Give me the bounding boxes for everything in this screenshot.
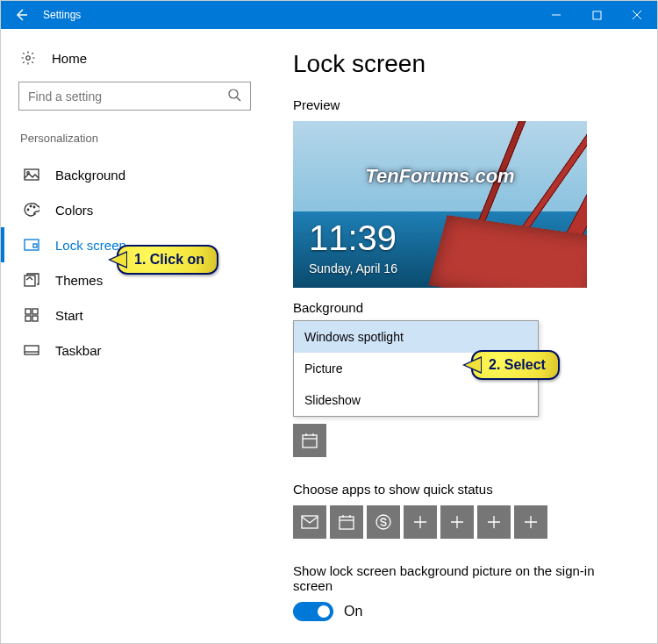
section-header: Personalization xyxy=(1,132,268,157)
maximize-button[interactable] xyxy=(576,1,617,29)
detailed-status-calendar-tile[interactable] xyxy=(293,424,326,457)
background-label: Background xyxy=(293,300,631,315)
sidebar-item-background[interactable]: Background xyxy=(1,157,268,192)
signin-bg-label: Show lock screen background picture on t… xyxy=(293,563,631,593)
svg-point-5 xyxy=(27,209,29,211)
nav-label: Colors xyxy=(55,203,93,218)
start-icon xyxy=(24,307,39,323)
toggle-state-label: On xyxy=(344,604,362,619)
quick-status-mail-tile[interactable] xyxy=(293,505,326,539)
svg-point-2 xyxy=(229,89,238,98)
nav-label: Lock screen xyxy=(55,238,126,253)
home-label: Home xyxy=(52,51,87,66)
lock-screen-preview: TenForums.com 11:39 Sunday, April 16 xyxy=(293,121,587,288)
lock-screen-icon xyxy=(24,237,39,253)
svg-rect-15 xyxy=(25,346,39,354)
annotation-2: 2. Select xyxy=(471,350,560,380)
svg-rect-11 xyxy=(25,309,31,314)
svg-rect-22 xyxy=(340,517,354,529)
main-panel: Lock screen Preview TenForums.com 11:39 … xyxy=(268,29,657,644)
svg-rect-17 xyxy=(303,435,317,447)
nav-label: Themes xyxy=(55,273,103,288)
svg-rect-12 xyxy=(32,309,38,314)
sidebar: Home Find a setting Personalization Back… xyxy=(1,29,268,644)
sidebar-item-colors[interactable]: Colors xyxy=(1,192,268,227)
svg-rect-9 xyxy=(33,244,37,247)
preview-clock: 11:39 xyxy=(309,218,397,258)
minimize-button[interactable] xyxy=(536,1,576,29)
svg-rect-13 xyxy=(25,316,31,321)
signin-bg-toggle[interactable] xyxy=(293,602,333,621)
nav-label: Start xyxy=(55,308,83,323)
svg-rect-14 xyxy=(32,316,38,321)
quick-status-label: Choose apps to show quick status xyxy=(293,482,631,497)
nav-label: Background xyxy=(55,168,125,182)
svg-point-7 xyxy=(33,206,35,208)
watermark-text: TenForums.com xyxy=(365,165,514,188)
svg-rect-21 xyxy=(302,516,318,528)
svg-rect-0 xyxy=(593,11,601,19)
back-button[interactable] xyxy=(1,1,41,29)
quick-status-calendar-tile[interactable] xyxy=(330,505,363,539)
page-title: Lock screen xyxy=(293,50,631,78)
sidebar-item-start[interactable]: Start xyxy=(1,297,268,333)
quick-status-add-tile[interactable] xyxy=(477,505,511,539)
quick-status-skype-tile[interactable] xyxy=(367,505,400,539)
dropdown-option-spotlight[interactable]: Windows spotlight xyxy=(294,321,538,353)
window-title: Settings xyxy=(41,9,536,21)
nav-label: Taskbar xyxy=(55,343,102,358)
search-icon xyxy=(227,88,241,104)
svg-rect-3 xyxy=(25,169,39,180)
annotation-1: 1. Click on xyxy=(117,245,218,275)
svg-point-1 xyxy=(26,56,31,61)
titlebar: Settings xyxy=(1,1,657,29)
preview-heading: Preview xyxy=(293,97,631,112)
quick-status-add-tile[interactable] xyxy=(404,505,437,539)
sidebar-item-taskbar[interactable]: Taskbar xyxy=(1,333,268,368)
quick-status-tiles xyxy=(293,505,631,539)
search-placeholder: Find a setting xyxy=(28,89,102,104)
svg-point-6 xyxy=(30,205,32,207)
taskbar-icon xyxy=(24,342,39,358)
gear-icon xyxy=(20,50,36,66)
themes-icon xyxy=(24,272,39,288)
quick-status-add-tile[interactable] xyxy=(514,505,547,539)
picture-icon xyxy=(24,167,39,182)
search-input[interactable]: Find a setting xyxy=(18,82,251,111)
palette-icon xyxy=(24,202,39,218)
close-button[interactable] xyxy=(617,1,657,29)
home-link[interactable]: Home xyxy=(1,47,268,82)
quick-status-add-tile[interactable] xyxy=(440,505,474,539)
preview-date: Sunday, April 16 xyxy=(309,261,397,275)
dropdown-option-slideshow[interactable]: Slideshow xyxy=(294,384,538,416)
